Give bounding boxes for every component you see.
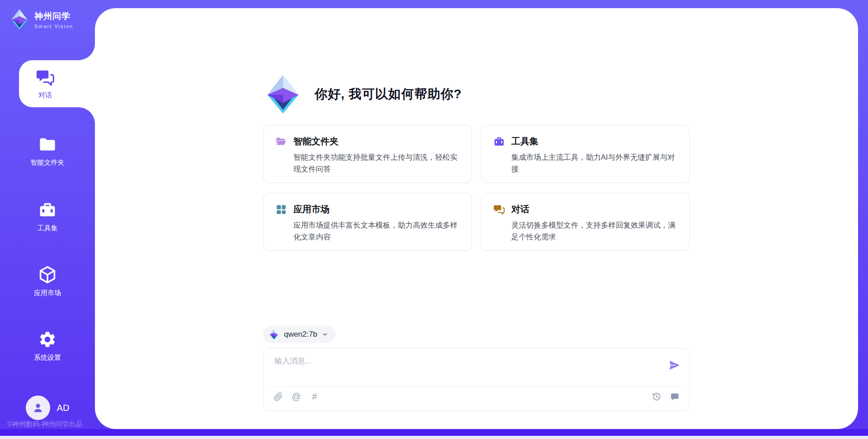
sidebar-item-app-market[interactable]: 应用市场 (0, 265, 95, 297)
sidebar-item-smart-folder[interactable]: 智能文件夹 (0, 135, 95, 167)
message-composer: @ # (263, 348, 690, 411)
toolbox-icon (38, 200, 57, 220)
sidebar: 神州问学 Smart Vision 对话 智能文件夹 工具集 应用市场 系统设置 (0, 0, 95, 429)
sidebar-item-label: 工具集 (38, 224, 58, 233)
sidebar-item-chat[interactable]: 对话 (19, 60, 95, 107)
card-description: 灵活切换多模型文件，支持多样回复效果调试，满足个性化需求 (511, 220, 678, 243)
bottom-edge (0, 436, 868, 439)
history-icon[interactable] (652, 392, 661, 401)
toolbox-icon (493, 136, 505, 148)
chat-icon (36, 68, 55, 87)
card-app-market[interactable]: 应用市场 应用市场提供丰富长文本模板，助力高效生成多样化文章内容 (263, 193, 472, 251)
paperclip-icon[interactable] (274, 392, 283, 401)
sidebar-item-label: 应用市场 (34, 289, 61, 297)
diamond-logo-icon (263, 74, 303, 114)
card-title: 对话 (511, 203, 529, 215)
brand-subtitle: Smart Vision (34, 24, 73, 29)
chat-icon (493, 204, 505, 215)
main-panel: 你好, 我可以如何帮助你? 智能文件夹 智能文件夹功能支持批量文件上传与清洗，轻… (95, 8, 858, 429)
avatar (26, 396, 50, 420)
card-title: 应用市场 (293, 203, 330, 215)
feature-cards: 智能文件夹 智能文件夹功能支持批量文件上传与清洗，轻松实现文件问答 工具集 集成… (263, 125, 690, 251)
sidebar-item-label: 对话 (38, 91, 52, 100)
user-label: AD (57, 403, 70, 413)
model-selector[interactable]: qwen2:7b (263, 326, 335, 343)
card-description: 应用市场提供丰富长文本模板，助力高效生成多样化文章内容 (293, 220, 460, 243)
card-toolset[interactable]: 工具集 集成市场上主流工具，助力AI与外界无缝扩展与对接 (481, 125, 690, 183)
sidebar-item-label: 系统设置 (34, 353, 61, 362)
card-title: 工具集 (511, 135, 538, 148)
mention-icon[interactable]: @ (292, 392, 301, 401)
sidebar-footer: ©神州数码·神州问学出品 (7, 420, 107, 429)
card-smart-folder[interactable]: 智能文件夹 智能文件夹功能支持批量文件上传与清洗，轻松实现文件问答 (263, 125, 472, 183)
sidebar-item-toolset[interactable]: 工具集 (0, 200, 95, 233)
brand-name: 神州问学 (34, 10, 73, 22)
send-icon[interactable] (669, 359, 680, 371)
card-description: 集成市场上主流工具，助力AI与外界无缝扩展与对接 (511, 152, 678, 175)
card-title: 智能文件夹 (293, 135, 339, 148)
folder-open-icon (275, 136, 287, 148)
composer-divider (271, 387, 682, 387)
sidebar-item-label: 智能文件夹 (31, 158, 65, 167)
gear-icon (38, 330, 57, 349)
chat-bubble-icon[interactable] (670, 392, 679, 401)
folder-icon (38, 135, 57, 154)
grid-icon (275, 204, 287, 215)
card-description: 智能文件夹功能支持批量文件上传与清洗，轻松实现文件问答 (293, 152, 460, 175)
brand: 神州问学 Smart Vision (9, 9, 73, 30)
model-selector-value: qwen2:7b (284, 330, 317, 339)
active-tab-curve-bottom (79, 107, 95, 124)
sidebar-item-settings[interactable]: 系统设置 (0, 330, 95, 362)
composer-toolbar: @ # (274, 392, 679, 401)
message-input[interactable] (274, 356, 663, 382)
hash-icon[interactable]: # (310, 392, 319, 401)
card-chat[interactable]: 对话 灵活切换多模型文件，支持多样回复效果调试，满足个性化需求 (481, 193, 690, 251)
greeting-title: 你好, 我可以如何帮助你? (315, 86, 462, 103)
diamond-logo-icon (9, 9, 30, 30)
active-tab-curve-top (79, 44, 95, 60)
chevron-down-icon (322, 331, 328, 338)
user-profile[interactable]: AD (0, 396, 95, 420)
greeting: 你好, 我可以如何帮助你? (263, 74, 462, 114)
user-avatar-icon (31, 401, 45, 415)
cube-icon (38, 265, 57, 284)
diamond-logo-icon (269, 329, 279, 340)
bottom-bar (0, 429, 868, 436)
